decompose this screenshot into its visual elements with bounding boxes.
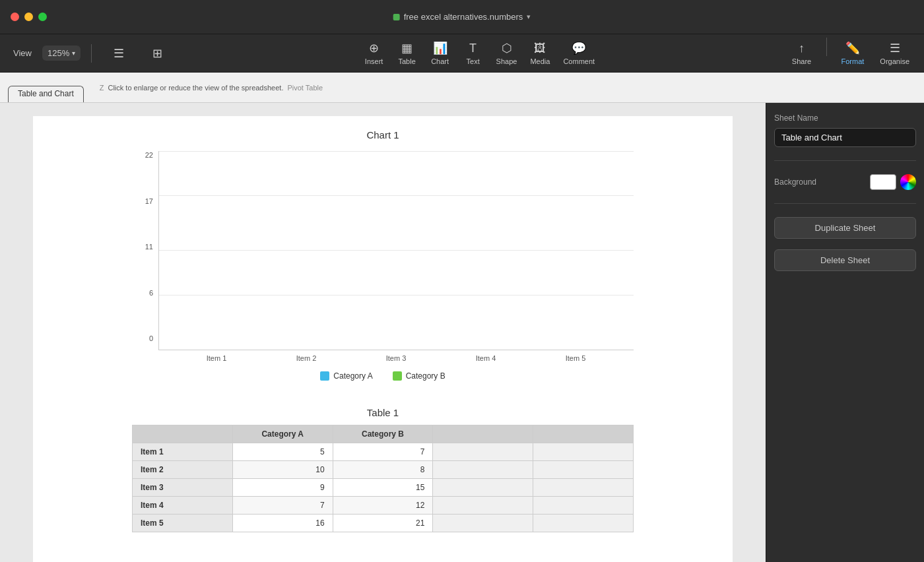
active-tab-label: Table and Chart xyxy=(18,89,74,98)
organise-button[interactable]: ☰ Organise xyxy=(873,38,916,69)
background-white-box[interactable] xyxy=(870,174,896,190)
table-icon-button[interactable]: ⊞ xyxy=(141,38,174,69)
organise-icon: ☰ xyxy=(890,41,900,55)
format-button[interactable]: ✏️ Format xyxy=(835,38,871,69)
chart-container: Chart 1 22 17 11 6 0 xyxy=(132,129,634,381)
row5-b[interactable]: 21 xyxy=(333,515,433,532)
y-label-11: 11 xyxy=(145,243,153,251)
table-row: Item 1 5 7 xyxy=(133,443,634,461)
background-color-picker[interactable] xyxy=(900,174,916,190)
share-button[interactable]: ↑ Share xyxy=(785,38,818,69)
title-bar: free excel alternatives.numbers ▾ xyxy=(0,0,924,34)
format-icon: ✏️ xyxy=(845,41,860,55)
maximize-button[interactable] xyxy=(38,13,47,21)
comment-button[interactable]: 💬 Comment xyxy=(556,38,601,69)
zoom-label: 125% xyxy=(48,48,69,58)
chart-button[interactable]: 📊 Chart xyxy=(424,38,457,69)
row2-d[interactable] xyxy=(533,461,634,479)
comment-label: Comment xyxy=(563,57,595,65)
row1-b[interactable]: 7 xyxy=(333,443,433,461)
toolbar-left-group: View 125% ▾ ☰ ⊞ xyxy=(8,38,174,69)
row3-d[interactable] xyxy=(533,479,634,497)
row3-a[interactable]: 9 xyxy=(232,479,333,497)
row5-d[interactable] xyxy=(533,515,634,532)
sheet-name-input[interactable] xyxy=(774,128,916,147)
text-button[interactable]: T Text xyxy=(457,38,490,69)
row4-d[interactable] xyxy=(533,497,634,515)
row1-a[interactable]: 5 xyxy=(232,443,333,461)
close-button[interactable] xyxy=(11,13,19,21)
format-label: Format xyxy=(842,57,865,65)
row4-c[interactable] xyxy=(433,497,533,515)
y-label-6: 6 xyxy=(149,289,153,297)
row3-b[interactable]: 15 xyxy=(333,479,433,497)
view-button[interactable]: View xyxy=(8,46,37,61)
row4-a[interactable]: 7 xyxy=(232,497,333,515)
zoom-chevron-icon: ▾ xyxy=(72,49,75,57)
delete-sheet-button[interactable]: Delete Sheet xyxy=(774,249,916,271)
insert-label: Insert xyxy=(365,57,383,65)
row4-b[interactable]: 12 xyxy=(333,497,433,515)
panel-divider-2 xyxy=(774,203,916,204)
sheet-name-section: Sheet Name xyxy=(774,113,916,147)
row4-label: Item 4 xyxy=(133,497,233,515)
chart-title: Chart 1 xyxy=(132,129,634,140)
table-row: Item 4 7 12 xyxy=(133,497,634,515)
header-col1: Category A xyxy=(232,425,333,443)
toolbar-right-group: ↑ Share ✏️ Format ☰ Organise xyxy=(785,38,916,69)
shape-button[interactable]: ⬡ Shape xyxy=(490,38,524,69)
chart-icon: 📊 xyxy=(433,41,447,55)
duplicate-sheet-button[interactable]: Duplicate Sheet xyxy=(774,217,916,239)
chart-wrapper: 22 17 11 6 0 xyxy=(132,151,634,362)
pivot-tab-hint: Pivot Table xyxy=(287,84,323,92)
chart-inner xyxy=(158,151,634,350)
bars-area xyxy=(159,151,634,350)
legend-label-a: Category A xyxy=(333,371,372,381)
canvas-page: Chart 1 22 17 11 6 0 xyxy=(33,116,733,562)
toolbar-divider-2 xyxy=(826,38,827,56)
grid-icon: ⊞ xyxy=(152,46,162,61)
row1-d[interactable] xyxy=(533,443,634,461)
row2-b[interactable]: 8 xyxy=(333,461,433,479)
row3-label: Item 3 xyxy=(133,479,233,497)
hint-text: Click to enlarge or reduce the view of t… xyxy=(108,84,283,92)
table-title: Table 1 xyxy=(132,407,634,418)
row2-a[interactable]: 10 xyxy=(232,461,333,479)
zoom-control[interactable]: 125% ▾ xyxy=(42,46,81,61)
main-layout: Chart 1 22 17 11 6 0 xyxy=(0,103,924,562)
insert-tools-group: ⊕ Insert ▦ Table 📊 Chart T Text ⬡ Shape … xyxy=(358,38,602,69)
list-icon: ☰ xyxy=(114,46,124,61)
title-dropdown-icon[interactable]: ▾ xyxy=(527,13,531,21)
header-col0 xyxy=(133,425,233,443)
y-label-22: 22 xyxy=(145,151,153,159)
tab-hint-z: Z xyxy=(100,84,104,92)
legend-dot-b xyxy=(393,371,402,381)
text-icon: T xyxy=(469,42,477,55)
window-title: free excel alternatives.numbers ▾ xyxy=(393,12,531,22)
table-header-row: Category A Category B xyxy=(133,425,634,443)
header-col2: Category B xyxy=(333,425,433,443)
row5-a[interactable]: 16 xyxy=(232,515,333,532)
background-label: Background xyxy=(774,177,816,187)
x-labels: Item 1 Item 2 Item 3 Item 4 Item 5 xyxy=(158,350,634,362)
minimize-button[interactable] xyxy=(24,13,33,21)
table-button[interactable]: ▦ Table xyxy=(391,38,424,69)
media-button[interactable]: 🖼 Media xyxy=(523,38,556,69)
legend-item-a: Category A xyxy=(320,371,372,381)
row3-c[interactable] xyxy=(433,479,533,497)
x-label-item3: Item 3 xyxy=(351,354,441,362)
background-section: Background xyxy=(774,174,916,190)
row5-label: Item 5 xyxy=(133,515,233,532)
sheet-name-label: Sheet Name xyxy=(774,113,916,123)
sheet-tab-active[interactable]: Table and Chart xyxy=(8,86,84,102)
traffic-lights xyxy=(11,13,47,21)
canvas-area[interactable]: Chart 1 22 17 11 6 0 xyxy=(0,103,766,562)
row2-c[interactable] xyxy=(433,461,533,479)
row1-c[interactable] xyxy=(433,443,533,461)
media-label: Media xyxy=(530,57,550,65)
right-panel: Sheet Name Background Duplicate Sheet De… xyxy=(766,103,924,562)
row5-c[interactable] xyxy=(433,515,533,532)
share-label: Share xyxy=(792,57,811,65)
format-list-button[interactable]: ☰ xyxy=(102,38,135,69)
insert-button[interactable]: ⊕ Insert xyxy=(358,38,391,69)
